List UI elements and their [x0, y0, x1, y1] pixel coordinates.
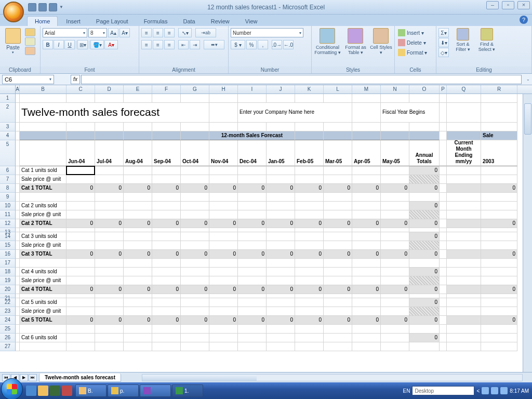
cell[interactable] [181, 131, 209, 140]
cell[interactable] [481, 241, 517, 250]
cell[interactable] [447, 193, 481, 202]
cell[interactable] [95, 228, 124, 232]
cell[interactable] [481, 342, 517, 351]
cell[interactable] [181, 268, 209, 276]
cell[interactable] [152, 298, 181, 307]
cell[interactable] [20, 342, 66, 351]
tab-insert[interactable]: Insert [59, 17, 88, 26]
cell[interactable]: 0 [267, 184, 295, 193]
cell[interactable] [124, 228, 152, 232]
horizontal-scrollbar[interactable] [142, 374, 523, 381]
cell[interactable] [181, 259, 209, 268]
cell[interactable] [295, 259, 324, 268]
cell[interactable] [238, 276, 267, 285]
cell[interactable]: 0 [238, 316, 267, 325]
cell[interactable] [409, 241, 440, 250]
cell[interactable]: Sale price @ unit [20, 276, 66, 285]
cell[interactable] [95, 94, 124, 103]
cell[interactable] [440, 259, 447, 268]
cell[interactable] [16, 219, 20, 228]
tab-view[interactable]: View [238, 17, 265, 26]
cell[interactable]: Jan-05 [267, 140, 295, 166]
tab-home[interactable]: Home [27, 16, 58, 26]
cell[interactable] [20, 94, 66, 103]
cell[interactable]: 0 [352, 219, 381, 228]
cell[interactable] [20, 228, 66, 232]
row-header[interactable]: 3 [0, 123, 16, 131]
cell[interactable]: 0 [352, 316, 381, 325]
cell[interactable] [209, 175, 238, 184]
cell[interactable] [440, 316, 447, 325]
cell[interactable] [152, 131, 181, 140]
increase-decimal-button[interactable]: .0→ [272, 40, 282, 49]
cell[interactable] [481, 228, 517, 232]
cell[interactable] [267, 294, 295, 298]
cell[interactable] [409, 325, 440, 334]
cell[interactable] [152, 334, 181, 342]
cell[interactable] [352, 298, 381, 307]
cell[interactable] [267, 232, 295, 241]
cell[interactable] [20, 294, 66, 298]
row-header[interactable]: 24 [0, 316, 16, 325]
row-header[interactable]: 8 [0, 184, 16, 193]
select-all-corner[interactable] [0, 85, 16, 94]
cell[interactable] [295, 193, 324, 202]
cell[interactable] [66, 228, 95, 232]
language-indicator[interactable]: EN [403, 388, 410, 394]
cell[interactable]: 0 [181, 184, 209, 193]
media-icon[interactable] [50, 385, 60, 396]
column-header[interactable]: F [152, 85, 181, 94]
cell[interactable] [238, 241, 267, 250]
cell[interactable] [352, 210, 381, 219]
cell[interactable] [16, 325, 20, 334]
ie-icon[interactable] [26, 385, 36, 396]
taskbar-task[interactable]: p. [108, 384, 139, 397]
cell[interactable] [66, 276, 95, 285]
cell[interactable] [66, 210, 95, 219]
cell[interactable] [447, 166, 481, 175]
column-header[interactable]: E [124, 85, 152, 94]
cell[interactable] [124, 131, 152, 140]
cell[interactable] [440, 241, 447, 250]
cell[interactable] [381, 175, 409, 184]
cell[interactable] [481, 166, 517, 175]
tab-data[interactable]: Data [176, 17, 202, 26]
cell[interactable] [447, 342, 481, 351]
cell[interactable]: Nov-04 [209, 140, 238, 166]
column-header[interactable]: I [238, 85, 267, 94]
cell[interactable] [352, 94, 381, 103]
cell[interactable]: 0 [95, 285, 124, 294]
cell[interactable]: Cat 3 TOTAL [20, 250, 66, 259]
cell[interactable] [95, 123, 124, 131]
cell[interactable]: 0 [152, 184, 181, 193]
shrink-font-button[interactable]: A▾ [119, 28, 130, 37]
tray-expand-icon[interactable]: < [476, 388, 480, 394]
cell[interactable] [409, 259, 440, 268]
cell[interactable] [124, 276, 152, 285]
cell[interactable] [381, 268, 409, 276]
cell[interactable] [295, 276, 324, 285]
cell[interactable] [352, 123, 381, 131]
scroll-thumb[interactable] [524, 103, 531, 135]
cell[interactable] [181, 325, 209, 334]
last-sheet-button[interactable]: ⏭ [29, 374, 37, 381]
cell[interactable] [152, 202, 181, 210]
cell[interactable] [124, 325, 152, 334]
cell[interactable] [95, 294, 124, 298]
align-top-button[interactable]: ≡ [141, 28, 152, 37]
cell[interactable]: 0 [381, 285, 409, 294]
row-header[interactable]: 23 [0, 307, 16, 316]
cell[interactable] [95, 232, 124, 241]
cell[interactable]: 0 [409, 166, 440, 175]
cell[interactable] [481, 94, 517, 103]
cell[interactable] [20, 140, 66, 166]
cell[interactable] [447, 250, 481, 259]
cell[interactable] [152, 276, 181, 285]
taskbar-task[interactable]: B. [75, 384, 107, 397]
cell[interactable] [209, 228, 238, 232]
cell[interactable] [440, 103, 447, 123]
cell[interactable] [238, 166, 267, 175]
cell[interactable] [267, 307, 295, 316]
cell[interactable]: Sale price @ unit [20, 307, 66, 316]
row-header[interactable]: 20 [0, 285, 16, 294]
